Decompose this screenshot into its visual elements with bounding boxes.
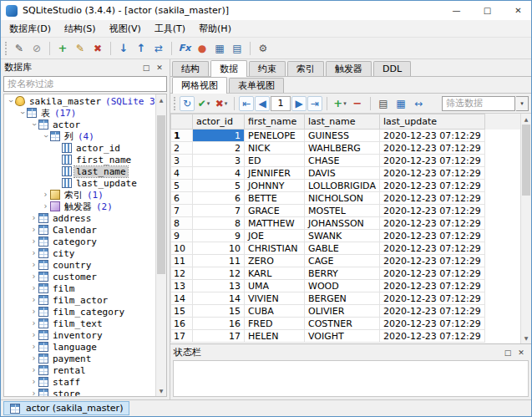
window-tab-actor[interactable]: actor (sakila_master) [3,401,129,415]
expander-closed-icon[interactable]: › [41,202,50,211]
grid-cell[interactable]: VOIGHT [305,330,380,343]
grid-cell[interactable]: 2020-12-23 07:12:29 [379,292,484,305]
grid-cell[interactable]: ED [245,155,305,167]
grid-cell[interactable]: PENELOPE [245,130,305,142]
menu-structure[interactable]: 结构(S) [58,20,103,38]
tree-item-language[interactable]: ›language [4,341,155,353]
tab-grid-view[interactable]: 网格视图 [172,77,227,94]
undock-panel-icon[interactable]: □ [139,64,153,72]
print-button[interactable]: ▤ [375,95,392,112]
grid-cell[interactable]: MATTHEW [245,217,305,230]
delete-row-button[interactable]: − [349,95,366,112]
grid-cell[interactable]: GABLE [305,242,380,255]
tab-constraints[interactable]: 约束 [249,61,286,76]
filter-type-dropdown[interactable]: ▾ [516,96,529,111]
grid-cell[interactable]: 4 [193,167,245,180]
disconnect-database-button[interactable]: ⊘ [28,40,45,57]
grid-cell[interactable]: OLIVIER [305,305,380,318]
expander-closed-icon[interactable]: › [29,354,38,363]
row-number[interactable]: 7 [171,205,193,217]
row-number[interactable]: 4 [171,167,193,180]
menu-tools[interactable]: 工具(T) [148,20,192,38]
grid-cell[interactable]: JENNIFER [245,167,305,180]
tab-data[interactable]: 数据 [210,60,247,77]
grid-cell[interactable]: 2020-12-23 07:12:29 [379,230,484,242]
toolbar-grip[interactable] [174,97,176,110]
tree-item-sakila_master[interactable]: ›sakila_master(SQLite 3) [4,95,155,107]
grid-cell[interactable]: CHRISTIAN [245,242,305,255]
tree-item-store[interactable]: ›store [4,388,155,396]
column-header-last_update[interactable]: last_update [379,114,484,130]
grid-cell[interactable]: BETTE [245,192,305,205]
grid-cell[interactable]: MOSTEL [305,205,380,217]
tree-item-actor_id[interactable]: actor_id [4,142,155,154]
grid-cell[interactable]: 1 [193,130,245,142]
grid-config-button[interactable]: ▦ [393,95,409,112]
tree-scrollbar-thumb[interactable] [157,115,165,274]
tree-item-staff[interactable]: ›staff [4,376,155,388]
close-panel-icon[interactable]: ✕ [514,348,528,357]
grid-cell[interactable]: 2020-12-23 07:12:29 [379,242,484,255]
grid-cell[interactable]: 2020-12-23 07:12:29 [379,305,484,318]
expander-closed-icon[interactable]: › [29,249,38,257]
grid-cell[interactable]: 13 [193,280,245,292]
row-number[interactable]: 16 [171,318,193,330]
grid-cell[interactable]: HELEN [245,330,305,343]
expander-closed-icon[interactable]: › [29,378,38,386]
column-header-actor_id[interactable]: actor_id [193,114,245,130]
grid-cell[interactable]: 11 [193,255,245,267]
grid-cell[interactable]: BERGEN [305,292,380,305]
expander-closed-icon[interactable]: › [29,261,38,269]
tree-item-触发器[interactable]: ›触发器(2) [4,201,155,212]
tree-item-film[interactable]: ›film [4,282,155,294]
tree-item-rental[interactable]: ›rental [4,364,155,376]
expander-closed-icon[interactable]: › [29,389,38,396]
adjust-columns-button[interactable]: ↔ [410,95,427,112]
row-number[interactable]: 5 [171,180,193,192]
row-number[interactable]: 9 [171,230,193,242]
row-number[interactable]: 10 [171,242,193,255]
tree-item-first_name[interactable]: first_name [4,154,155,165]
grid-cell[interactable]: COSTNER [305,318,380,330]
edit-database-button[interactable]: ✎ [72,40,89,57]
grid-cell[interactable]: SWANK [305,230,380,242]
connect-database-button[interactable]: ✎ [11,40,28,57]
expander-closed-icon[interactable]: › [29,319,38,328]
grid-cell[interactable]: 6 [193,192,245,205]
tree-item-表[interactable]: ›表(17) [4,107,155,119]
scroll-down-icon[interactable]: ▼ [156,385,166,396]
tree-item-customer[interactable]: ›customer [4,271,155,282]
tree-item-film_text[interactable]: ›film_text [4,318,155,329]
grid-cell[interactable]: 5 [193,180,245,192]
tree-item-列[interactable]: ›列(4) [4,130,155,142]
grid-cell[interactable]: WAHLBERG [305,142,380,155]
tree-item-索引[interactable]: ›索引(1) [4,189,155,201]
tree-item-last_update[interactable]: last_update [4,177,155,189]
insert-row-button[interactable]: +▾ [332,95,348,112]
expander-open-icon[interactable]: › [7,97,15,106]
tree-scrollbar-track[interactable] [156,105,166,385]
grid-cell[interactable]: CUBA [245,305,305,318]
expander-open-icon[interactable]: › [42,132,50,141]
grid-cell[interactable]: ZERO [245,255,305,267]
grid-cell[interactable]: NICK [245,142,305,155]
grid-cell[interactable]: 12 [193,267,245,280]
grid-cell[interactable]: UMA [245,280,305,292]
scroll-up-icon[interactable]: ▲ [156,94,166,105]
menu-database[interactable]: 数据库(D) [3,20,58,38]
grid-cell[interactable]: NICHOLSON [305,192,380,205]
grid-cell[interactable]: GRACE [245,205,305,217]
scroll-down-icon[interactable]: ▼ [521,333,531,343]
remove-database-button[interactable]: ✖ [89,40,106,57]
expander-closed-icon[interactable]: › [29,272,38,281]
menu-help[interactable]: 帮助(H) [192,20,238,38]
tree-scrollbar[interactable]: ▲ ▼ [155,94,166,396]
tree-item-country[interactable]: ›country [4,259,155,271]
grid-cell[interactable]: FRED [245,318,305,330]
grid-cell[interactable]: JOHANSSON [305,217,380,230]
expander-closed-icon[interactable]: › [29,296,38,304]
grid-cell[interactable]: LOLLOBRIGIDA [305,180,380,192]
grid-cell[interactable]: KARL [245,267,305,280]
grid-cell[interactable]: JOHNNY [245,180,305,192]
row-number[interactable]: 1 [171,130,193,142]
